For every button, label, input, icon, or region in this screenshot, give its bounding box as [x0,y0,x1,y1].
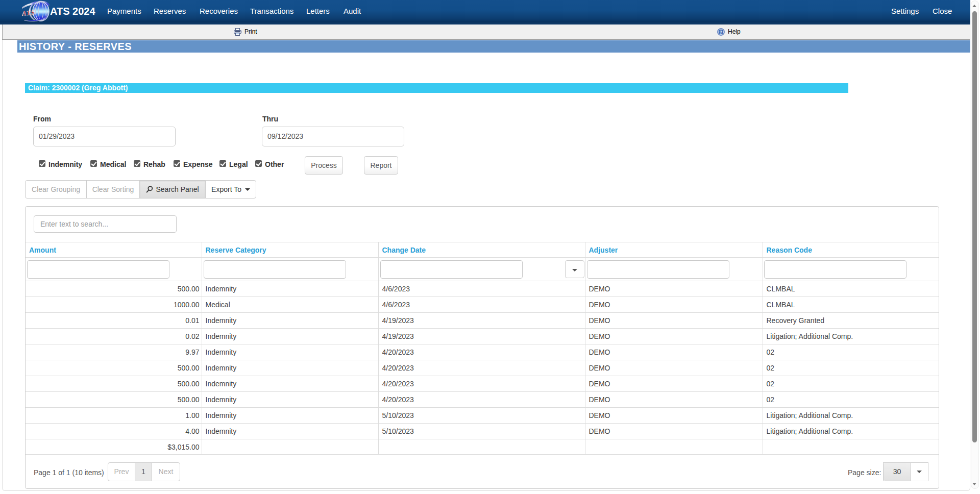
svg-text:?: ? [720,29,723,35]
svg-text:ATS: ATS [22,8,36,17]
